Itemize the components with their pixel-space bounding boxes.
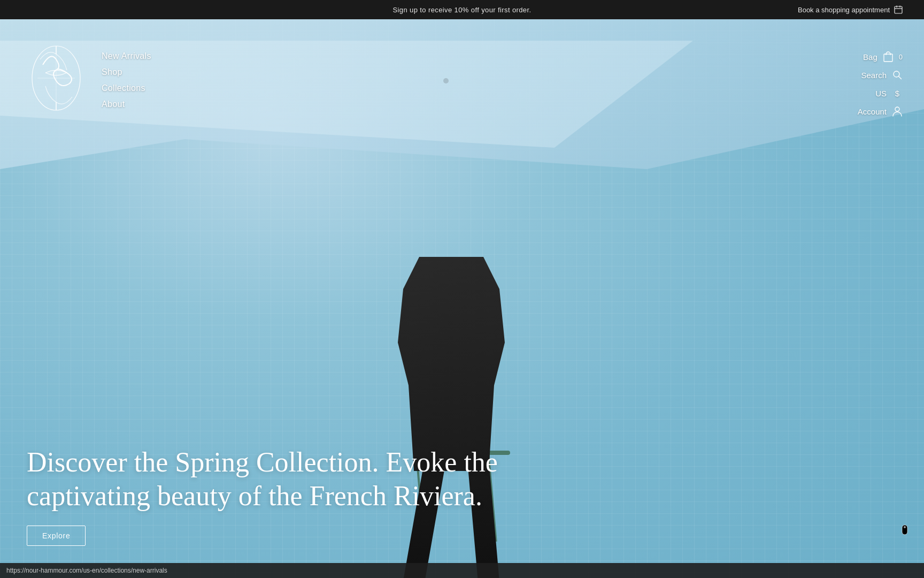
svg-rect-7 — [884, 54, 892, 62]
account-icon — [892, 106, 903, 117]
currency-symbol: $ — [895, 89, 899, 98]
hero-title: Discover the Spring Collection. Evoke th… — [27, 446, 508, 513]
bag-count: 0 — [899, 53, 903, 61]
nav-link-about[interactable]: About — [102, 100, 151, 109]
book-appointment-label: Book a shopping appointment — [798, 6, 890, 14]
book-appointment-button[interactable]: Book a shopping appointment — [798, 5, 903, 14]
nav-link-collections[interactable]: Collections — [102, 83, 151, 93]
svg-line-9 — [899, 77, 902, 79]
announcement-text: Sign up to receive 10% off your first or… — [393, 6, 532, 14]
nav-search-item[interactable]: Search — [861, 70, 903, 80]
nav-links-left: New Arrivals Shop Collections About — [102, 35, 151, 109]
svg-rect-0 — [895, 6, 902, 13]
svg-point-12 — [904, 526, 906, 528]
scroll-icon — [902, 524, 908, 535]
explore-button[interactable]: Explore — [27, 526, 86, 546]
person-head — [433, 203, 470, 252]
nav-account-item[interactable]: Account — [858, 106, 903, 117]
nav-bag-item[interactable]: Bag 0 — [863, 51, 903, 62]
nav-links-right: Bag 0 Search — [858, 35, 903, 117]
person-sunglasses — [435, 217, 467, 224]
svg-point-10 — [895, 107, 899, 111]
announcement-bar: Sign up to receive 10% off your first or… — [0, 0, 924, 19]
hero-content: Discover the Spring Collection. Evoke th… — [27, 446, 508, 546]
nav-link-new-arrivals[interactable]: New Arrivals — [102, 51, 151, 61]
logo-svg — [27, 41, 86, 116]
status-bar: https://nour-hammour.com/us-en/collectio… — [0, 563, 924, 578]
main-navigation: New Arrivals Shop Collections About Bag … — [0, 19, 924, 137]
currency-label: US — [875, 89, 887, 98]
bag-label: Bag — [863, 52, 877, 62]
person-hair — [433, 198, 469, 235]
bag-icon — [883, 51, 894, 62]
status-url: https://nour-hammour.com/us-en/collectio… — [6, 567, 167, 574]
nav-link-shop[interactable]: Shop — [102, 67, 151, 77]
scroll-indicator — [902, 524, 908, 535]
nav-currency-item[interactable]: US $ — [875, 88, 903, 98]
search-icon — [892, 70, 903, 80]
person-outfit — [398, 257, 505, 471]
account-label: Account — [858, 107, 887, 116]
currency-icon: $ — [892, 88, 903, 98]
calendar-icon — [894, 5, 903, 14]
hero-section: New Arrivals Shop Collections About Bag … — [0, 19, 924, 578]
logo[interactable] — [21, 35, 91, 121]
person-body — [398, 257, 505, 471]
search-label: Search — [861, 71, 887, 80]
